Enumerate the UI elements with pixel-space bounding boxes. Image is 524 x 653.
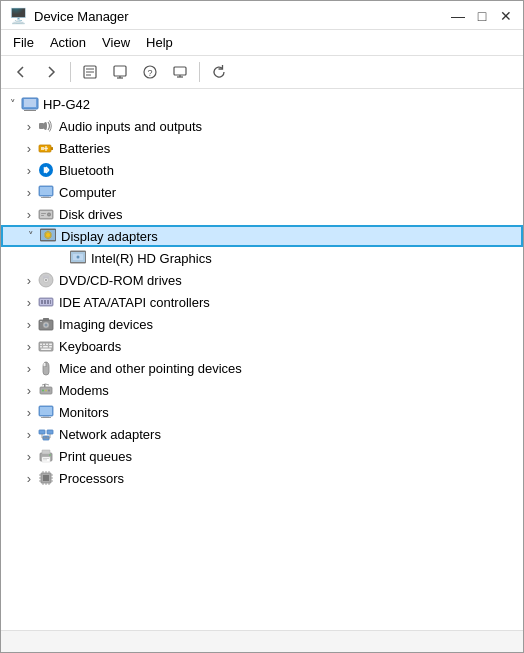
print-expander[interactable] <box>21 448 37 464</box>
modems-expander[interactable] <box>21 382 37 398</box>
keyboard-expander[interactable] <box>21 338 37 354</box>
ide-expander[interactable] <box>21 294 37 310</box>
svg-point-38 <box>46 233 51 238</box>
tree-item-modems[interactable]: Modems <box>1 379 523 401</box>
tree-item-dvd[interactable]: DVD/CD-ROM drives <box>1 269 523 291</box>
network-icon <box>37 425 55 443</box>
svg-point-71 <box>45 390 47 392</box>
tree-item-keyboard[interactable]: Keyboards <box>1 335 523 357</box>
svg-point-33 <box>48 214 50 216</box>
svg-rect-27 <box>40 187 52 195</box>
network-label: Network adapters <box>59 427 161 442</box>
toolbar: ? <box>1 56 523 89</box>
computer-label: Computer <box>59 185 116 200</box>
tree-item-print[interactable]: Print queues <box>1 445 523 467</box>
svg-point-42 <box>77 256 80 259</box>
title-bar-controls: — □ ✕ <box>449 7 515 25</box>
intel-icon <box>69 249 87 267</box>
tree-item-disk[interactable]: Disk drives <box>1 203 523 225</box>
tree-item-network[interactable]: Network adapters <box>1 423 523 445</box>
svg-rect-62 <box>49 344 52 346</box>
toolbar-update-driver[interactable] <box>106 59 134 85</box>
bluetooth-expander[interactable] <box>21 162 37 178</box>
svg-point-90 <box>49 454 51 456</box>
svg-text:?: ? <box>147 68 152 78</box>
tree-item-computer[interactable]: Computer <box>1 181 523 203</box>
svg-rect-19 <box>41 147 44 150</box>
close-button[interactable]: ✕ <box>497 7 515 25</box>
svg-rect-59 <box>40 344 42 346</box>
svg-rect-86 <box>42 450 50 454</box>
svg-rect-60 <box>43 344 45 346</box>
tree-item-display[interactable]: Display adapters <box>1 225 523 247</box>
menu-view[interactable]: View <box>94 32 138 53</box>
svg-rect-16 <box>39 123 44 129</box>
tree-item-ide[interactable]: IDE ATA/ATAPI controllers <box>1 291 523 313</box>
menu-action[interactable]: Action <box>42 32 94 53</box>
svg-rect-9 <box>174 67 186 75</box>
toolbar-properties[interactable] <box>76 59 104 85</box>
monitors-label: Monitors <box>59 405 109 420</box>
root-icon <box>21 95 39 113</box>
svg-rect-18 <box>51 147 53 150</box>
processors-icon <box>37 469 55 487</box>
disk-label: Disk drives <box>59 207 123 222</box>
menu-file[interactable]: File <box>5 32 42 53</box>
keyboard-icon <box>37 337 55 355</box>
tree-item-audio[interactable]: Audio inputs and outputs <box>1 115 523 137</box>
imaging-expander[interactable] <box>21 316 37 332</box>
tree-item-batteries[interactable]: Batteries <box>1 137 523 159</box>
root-expander[interactable] <box>5 96 21 112</box>
batteries-label: Batteries <box>59 141 110 156</box>
toolbar-forward[interactable] <box>37 59 65 85</box>
window-title: Device Manager <box>34 9 129 24</box>
computer-icon <box>37 183 55 201</box>
menu-help[interactable]: Help <box>138 32 181 53</box>
monitors-expander[interactable] <box>21 404 37 420</box>
tree-item-intel[interactable]: Intel(R) HD Graphics <box>1 247 523 269</box>
dvd-label: DVD/CD-ROM drives <box>59 273 182 288</box>
bluetooth-label: Bluetooth <box>59 163 114 178</box>
device-manager-window: 🖥️ Device Manager — □ ✕ File Action View… <box>0 0 524 653</box>
keyboard-label: Keyboards <box>59 339 121 354</box>
batteries-expander[interactable] <box>21 140 37 156</box>
svg-rect-92 <box>43 475 49 481</box>
toolbar-help[interactable]: ? <box>136 59 164 85</box>
audio-expander[interactable] <box>21 118 37 134</box>
svg-rect-14 <box>24 110 36 111</box>
monitors-icon <box>37 403 55 421</box>
svg-rect-89 <box>43 460 47 461</box>
svg-rect-63 <box>40 346 42 348</box>
tree-view[interactable]: HP-G42 Audio inputs and outputs <box>1 89 523 630</box>
svg-rect-15 <box>24 99 36 107</box>
disk-expander[interactable] <box>21 206 37 222</box>
imaging-icon <box>37 315 55 333</box>
audio-label: Audio inputs and outputs <box>59 119 202 134</box>
tree-item-monitors[interactable]: Monitors <box>1 401 523 423</box>
tree-root[interactable]: HP-G42 <box>1 93 523 115</box>
toolbar-device-manager-icon[interactable] <box>166 59 194 85</box>
toolbar-back[interactable] <box>7 59 35 85</box>
modems-icon <box>37 381 55 399</box>
tree-item-mice[interactable]: Mice and other pointing devices <box>1 357 523 379</box>
intel-expander <box>53 250 69 266</box>
audio-icon <box>37 117 55 135</box>
tree-item-imaging[interactable]: Imaging devices <box>1 313 523 335</box>
dvd-expander[interactable] <box>21 272 37 288</box>
maximize-button[interactable]: □ <box>473 7 491 25</box>
mice-icon <box>37 359 55 377</box>
svg-rect-65 <box>49 346 52 348</box>
mice-expander[interactable] <box>21 360 37 376</box>
network-expander[interactable] <box>21 426 37 442</box>
processors-expander[interactable] <box>21 470 37 486</box>
tree-item-bluetooth[interactable]: Bluetooth <box>1 159 523 181</box>
minimize-button[interactable]: — <box>449 7 467 25</box>
dvd-icon <box>37 271 55 289</box>
computer-expander[interactable] <box>21 184 37 200</box>
svg-rect-52 <box>50 300 51 304</box>
tree-item-processors[interactable]: Processors <box>1 467 523 489</box>
disk-icon <box>37 205 55 223</box>
toolbar-refresh[interactable] <box>205 59 233 85</box>
svg-point-56 <box>45 324 48 327</box>
display-expander[interactable] <box>23 228 39 244</box>
